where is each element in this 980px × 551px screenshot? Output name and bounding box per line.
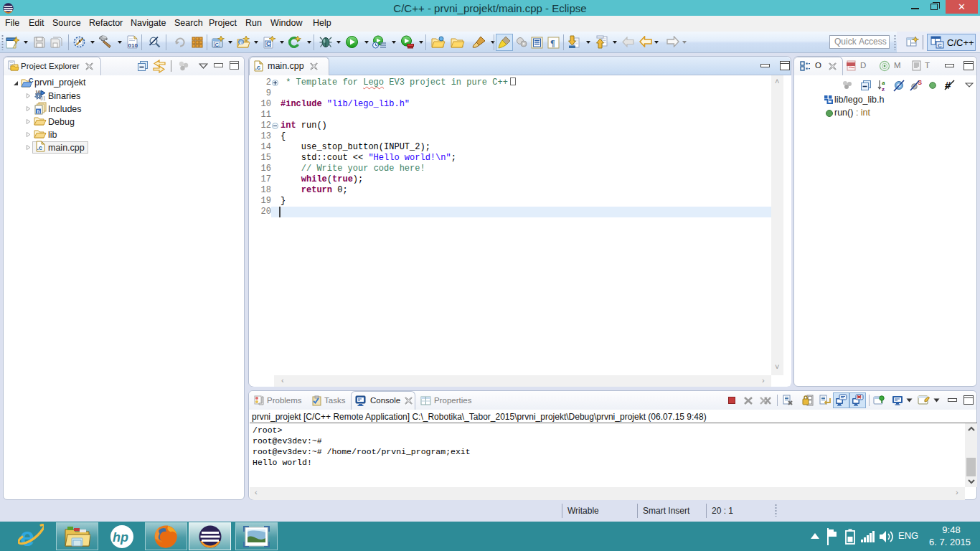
- svg-text:C: C: [29, 77, 34, 84]
- svg-text:.c: .c: [37, 144, 43, 151]
- svg-text:010: 010: [128, 42, 138, 49]
- svg-text:¶: ¶: [550, 38, 555, 48]
- svg-text:hp: hp: [113, 530, 128, 545]
- svg-text:C: C: [938, 42, 942, 49]
- svg-text:z: z: [882, 85, 885, 92]
- svg-text:.c: .c: [255, 64, 261, 71]
- svg-text:C: C: [266, 40, 270, 47]
- svg-text:c: c: [240, 39, 243, 46]
- svg-text:h: h: [37, 109, 40, 114]
- svg-text:C: C: [215, 42, 220, 48]
